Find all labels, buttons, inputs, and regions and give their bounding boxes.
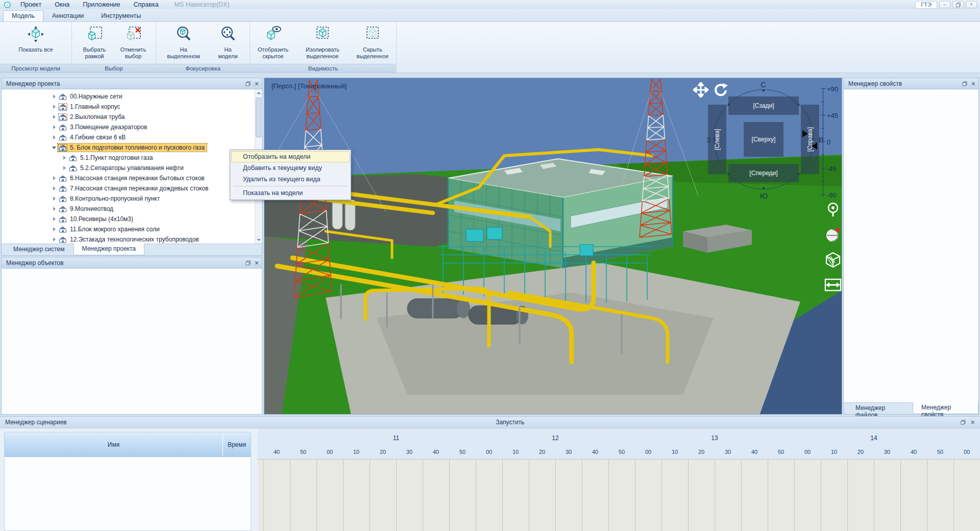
scenario-timeline[interactable]: 4050001020304050001020304050001020304050… bbox=[258, 428, 980, 531]
ribbon-tab[interactable]: Модель bbox=[3, 10, 43, 21]
tree-chevron-icon[interactable] bbox=[51, 207, 58, 211]
timeline-gridline bbox=[900, 460, 901, 531]
ribbon-button[interactable]: Скрыть выделенное bbox=[349, 24, 396, 60]
ribbon-tab[interactable]: Инструменты bbox=[92, 10, 150, 21]
viewcube-front-face[interactable]: [Спереди] bbox=[728, 164, 799, 182]
context-menu-item[interactable]: Удалить из текущего вида bbox=[231, 174, 350, 185]
tree-chevron-icon[interactable] bbox=[61, 166, 68, 170]
menu-item[interactable]: Справка bbox=[127, 1, 165, 8]
column-header-name[interactable]: Имя bbox=[5, 432, 223, 456]
close-button[interactable]: × bbox=[966, 1, 977, 8]
tree-row[interactable]: 6.Насосная станция перекачки бытовых сто… bbox=[2, 173, 255, 183]
tree-chevron-icon[interactable] bbox=[51, 186, 58, 190]
tree-chevron-icon[interactable] bbox=[51, 217, 58, 221]
tree-row[interactable]: 2.Выхлопная труба bbox=[2, 112, 255, 122]
ribbon-group: Выбрать рамкой Отменить выборВыбор bbox=[72, 22, 156, 73]
tree-row[interactable]: 11.Блок мокрого хранения соли bbox=[2, 224, 255, 234]
ribbon-button[interactable]: Показать все bbox=[9, 24, 62, 53]
tree-row[interactable]: 5. Блок подготовки топливного и пусковог… bbox=[2, 142, 255, 153]
menu-item[interactable]: Окна bbox=[48, 1, 76, 8]
properties-panel-tabs: Менеджер файловМенеджер свойств bbox=[844, 402, 978, 414]
tree-row[interactable]: 4.Гибкие связи 6 кВ bbox=[2, 132, 255, 142]
tree-row[interactable]: 5.1.Пункт подготовки газа bbox=[2, 153, 255, 163]
ribbon-button[interactable]: Отобразить скрытое bbox=[250, 24, 296, 60]
context-menu-item[interactable]: Отобразить на модели bbox=[231, 151, 350, 162]
tree-chevron-icon[interactable] bbox=[51, 115, 58, 119]
scrollbar-thumb[interactable] bbox=[256, 98, 261, 137]
viewport-3d[interactable]: [Персп.] [Тонированный] С Ю З В [Сзади] … bbox=[264, 78, 842, 415]
scrollbar-up-button[interactable] bbox=[255, 89, 262, 96]
compass-north[interactable]: С bbox=[761, 80, 766, 89]
tree-row[interactable]: 9.Молниеотвод bbox=[2, 204, 255, 214]
context-menu-item[interactable]: Добавить к текущему виду bbox=[231, 162, 350, 174]
project-manager-panel: Менеджер проекта × 00.Наружные сети 1.Гл… bbox=[1, 78, 262, 256]
ribbon-button[interactable]: Изолировать выделенное bbox=[296, 24, 349, 60]
close-panel-button[interactable]: × bbox=[255, 259, 259, 267]
run-scenario-button[interactable]: Запустить bbox=[496, 419, 531, 426]
float-panel-button[interactable] bbox=[962, 81, 967, 86]
model-part-icon bbox=[68, 164, 78, 172]
tree-chevron-icon[interactable] bbox=[51, 227, 58, 231]
panel-tab[interactable]: Менеджер свойств bbox=[913, 402, 978, 414]
tree-row[interactable]: 7.Насосная станция перекачки дождевых ст… bbox=[2, 183, 255, 194]
tree-chevron-icon[interactable] bbox=[51, 94, 58, 99]
panel-tab[interactable]: Менеджер файлов bbox=[847, 403, 913, 414]
minimize-button[interactable]: – bbox=[939, 1, 950, 8]
tree-row[interactable]: 12.Эстакада технологических трубопроводо… bbox=[2, 234, 255, 244]
viewcube-top-face[interactable]: [Сверху] bbox=[744, 122, 783, 157]
close-panel-button[interactable]: × bbox=[971, 419, 975, 426]
scenario-manager-titlebar: Менеджер сценариев Запустить × bbox=[0, 417, 980, 428]
tree-row[interactable]: 1.Главный корпус bbox=[2, 102, 255, 112]
tree-row[interactable]: 10.Ресиверы (4х10м3) bbox=[2, 214, 255, 224]
ribbon-button[interactable]: Отменить выбор bbox=[114, 24, 153, 60]
restore-button[interactable] bbox=[952, 1, 964, 8]
close-panel-button[interactable]: × bbox=[255, 80, 259, 87]
tree-chevron-icon[interactable] bbox=[51, 197, 58, 201]
float-panel-button[interactable] bbox=[246, 260, 251, 266]
elevation-scale[interactable]: +90+450-45-90 bbox=[821, 85, 842, 200]
tree-row[interactable]: 8.Контрольно-пропускной пункт bbox=[2, 194, 255, 204]
pin-icon[interactable] bbox=[824, 201, 842, 221]
tree-chevron-icon[interactable] bbox=[51, 125, 58, 129]
viewcube-back-face[interactable]: [Сзади] bbox=[728, 96, 799, 115]
context-menu-item[interactable]: Показать на модели bbox=[231, 187, 350, 199]
ribbon-button[interactable]: На выделенном bbox=[159, 24, 209, 60]
tree-row[interactable]: 3.Помещение деаэраторов bbox=[2, 122, 255, 132]
ribbon-button[interactable]: Выбрать рамкой bbox=[75, 24, 114, 60]
menu-item[interactable]: Приложение bbox=[76, 1, 127, 8]
elevation-label: +45 bbox=[827, 112, 842, 119]
pan-icon[interactable] bbox=[693, 82, 708, 98]
panel-tab[interactable]: Менеджер систем bbox=[5, 244, 74, 255]
ribbon-group-label: Просмотр модели bbox=[0, 64, 71, 73]
rotate-icon[interactable] bbox=[713, 82, 728, 98]
scrollbar-down-button[interactable] bbox=[255, 236, 262, 244]
profile-button[interactable]: ГТЭ bbox=[915, 1, 937, 9]
elevation-tick bbox=[821, 88, 825, 89]
compass-tick bbox=[763, 89, 765, 91]
tree-row[interactable]: 5.2.Сепараторы улавливания нефти bbox=[2, 163, 255, 173]
pan-horizontal-icon[interactable] bbox=[824, 276, 842, 296]
float-panel-button[interactable] bbox=[246, 81, 251, 86]
timeline-ruler[interactable] bbox=[258, 459, 980, 531]
ribbon-tab[interactable]: Аннотации bbox=[43, 10, 92, 21]
tree-chevron-icon[interactable] bbox=[51, 176, 58, 180]
isometric-cube-icon[interactable] bbox=[824, 251, 842, 271]
compass-south[interactable]: Ю bbox=[760, 191, 768, 200]
tree-chevron-icon[interactable] bbox=[51, 135, 58, 139]
tree-chevron-icon[interactable] bbox=[51, 237, 58, 242]
column-header-time[interactable]: Время bbox=[223, 432, 251, 456]
properties-manager-panel: Менеджер свойств × Менеджер файловМенедж… bbox=[843, 78, 979, 415]
panel-tab[interactable]: Менеджер проекта bbox=[74, 244, 145, 255]
tree-chevron-icon[interactable] bbox=[51, 105, 58, 109]
tree-row[interactable]: 00.Наружные сети bbox=[2, 91, 255, 102]
float-panel-button[interactable] bbox=[961, 420, 966, 425]
viewcube-right-face[interactable]: [Справа] bbox=[801, 105, 819, 174]
close-panel-button[interactable]: × bbox=[971, 80, 975, 87]
orbit-icon[interactable] bbox=[824, 226, 842, 246]
viewcube-left-face[interactable]: [Слева] bbox=[708, 105, 726, 174]
timeline-gridline bbox=[794, 460, 795, 531]
menu-item[interactable]: Проект bbox=[14, 1, 48, 8]
tree-chevron-icon[interactable] bbox=[61, 156, 68, 160]
tree-chevron-icon[interactable] bbox=[51, 147, 58, 149]
ribbon-button[interactable]: На модели bbox=[209, 24, 248, 60]
